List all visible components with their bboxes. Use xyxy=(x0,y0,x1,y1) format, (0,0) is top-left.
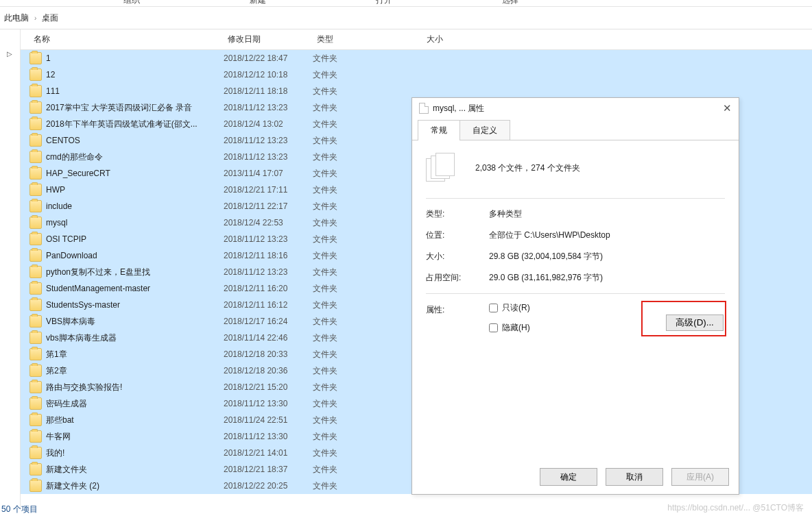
chevron-right-icon[interactable]: ▷ xyxy=(7,50,12,58)
file-date: 2018/11/12 13:23 xyxy=(224,152,313,162)
file-date: 2018/12/4 13:02 xyxy=(224,119,313,129)
highlight-box xyxy=(641,301,726,336)
file-name: 那些bat xyxy=(46,415,224,426)
hidden-checkbox[interactable]: 隐藏(H) xyxy=(489,322,530,334)
file-type: 文件夹 xyxy=(313,201,395,212)
disk-label: 占用空间: xyxy=(426,272,489,284)
folder-icon xyxy=(29,282,42,295)
folder-icon xyxy=(29,365,42,377)
file-type: 文件夹 xyxy=(313,53,395,64)
file-date: 2018/11/12 13:30 xyxy=(224,399,313,408)
file-date: 2018/12/11 16:20 xyxy=(224,284,313,293)
file-type: 文件夹 xyxy=(313,267,395,278)
apply-button[interactable]: 应用(A) xyxy=(671,468,729,486)
file-date: 2018/12/12 10:18 xyxy=(224,70,313,79)
file-date: 2018/12/11 18:18 xyxy=(224,86,313,96)
file-type: 文件夹 xyxy=(313,431,395,443)
column-name[interactable]: 名称 xyxy=(29,34,224,45)
file-date: 2018/12/17 16:24 xyxy=(224,317,313,326)
file-date: 2018/11/12 13:23 xyxy=(224,103,313,112)
file-date: 2018/12/11 16:12 xyxy=(224,300,313,310)
file-date: 2018/12/22 20:25 xyxy=(224,481,313,491)
table-row[interactable]: 12018/12/22 18:47文件夹 xyxy=(21,50,812,66)
file-type: 文件夹 xyxy=(313,447,395,459)
folder-icon xyxy=(29,167,42,180)
folder-icon xyxy=(29,101,42,114)
file-date: 2018/12/21 17:11 xyxy=(224,185,313,195)
file-name: 我的! xyxy=(46,447,224,459)
file-type: 文件夹 xyxy=(313,86,395,97)
file-type: 文件夹 xyxy=(313,332,395,344)
column-type[interactable]: 类型 xyxy=(313,34,422,45)
dialog-title: mysql, ... 属性 xyxy=(433,103,484,114)
file-type: 文件夹 xyxy=(313,217,395,229)
file-type: 文件夹 xyxy=(313,349,395,360)
column-date[interactable]: 修改日期 xyxy=(224,34,313,45)
file-type: 文件夹 xyxy=(313,365,395,377)
table-row[interactable]: 122018/12/12 10:18文件夹 xyxy=(21,66,812,83)
folder-icon xyxy=(29,249,42,262)
readonly-checkbox[interactable]: 只读(R) xyxy=(489,302,530,314)
file-date: 2018/12/18 20:36 xyxy=(224,366,313,375)
file-name: 牛客网 xyxy=(46,431,224,443)
ok-button[interactable]: 确定 xyxy=(540,468,597,486)
close-icon[interactable]: ✕ xyxy=(723,102,732,114)
file-type: 文件夹 xyxy=(313,382,395,393)
folder-icon xyxy=(29,299,42,311)
file-name: 新建文件夹 xyxy=(46,464,224,476)
file-date: 2018/12/18 20:33 xyxy=(224,349,313,359)
watermark: https://blog.csdn.net/... @51CTO博客 xyxy=(667,502,804,514)
file-name: 密码生成器 xyxy=(46,398,224,410)
file-name: OSI TCPIP xyxy=(46,234,224,244)
file-name: cmd的那些命令 xyxy=(46,151,224,163)
folder-icon xyxy=(29,118,42,130)
size-value: 29.8 GB (32,004,109,584 字节) xyxy=(489,251,603,262)
breadcrumb-part[interactable]: 桌面 xyxy=(42,12,58,24)
folder-icon xyxy=(29,480,42,492)
tab-custom[interactable]: 自定义 xyxy=(459,120,510,140)
folder-icon xyxy=(29,69,42,81)
file-type: 文件夹 xyxy=(313,398,395,410)
file-type: 文件夹 xyxy=(313,151,395,163)
file-name: mysql xyxy=(46,218,224,227)
breadcrumb[interactable]: 此电脑 › 桌面 xyxy=(0,7,812,29)
file-name: 新建文件夹 (2) xyxy=(46,480,224,492)
properties-dialog: mysql, ... 属性 ✕ 常规 自定义 2,038 个文件，274 个文件… xyxy=(411,97,739,495)
tabs: 常规 自定义 xyxy=(412,120,739,140)
tab-general[interactable]: 常规 xyxy=(418,120,460,140)
file-type: 文件夹 xyxy=(313,250,395,262)
folder-icon xyxy=(29,414,42,426)
file-date: 2018/12/11 18:16 xyxy=(224,251,313,260)
file-date: 2018/11/12 13:23 xyxy=(224,234,313,244)
folder-icon xyxy=(29,52,42,64)
cancel-button[interactable]: 取消 xyxy=(606,468,663,486)
breadcrumb-part[interactable]: 此电脑 xyxy=(4,12,29,24)
file-name: 第2章 xyxy=(46,365,224,377)
column-headers[interactable]: 名称 修改日期 类型 大小 xyxy=(21,29,812,50)
file-name: 111 xyxy=(46,86,224,96)
folder-icon xyxy=(29,151,42,163)
file-type: 文件夹 xyxy=(313,119,395,130)
chevron-right-icon: › xyxy=(34,14,36,22)
dialog-titlebar[interactable]: mysql, ... 属性 ✕ xyxy=(412,98,739,119)
column-size[interactable]: 大小 xyxy=(422,34,477,45)
file-type: 文件夹 xyxy=(313,283,395,295)
folder-icon xyxy=(29,200,42,212)
file-date: 2018/11/12 13:23 xyxy=(224,267,313,277)
file-type: 文件夹 xyxy=(313,135,395,147)
file-name: HAP_SecureCRT xyxy=(46,169,224,178)
file-name: vbs脚本病毒生成器 xyxy=(46,332,224,344)
folder-icon xyxy=(29,447,42,459)
file-name: include xyxy=(46,201,224,211)
folder-icon xyxy=(29,217,42,229)
summary-text: 2,038 个文件，274 个文件夹 xyxy=(475,162,580,174)
file-type: 文件夹 xyxy=(313,299,395,311)
folder-icon xyxy=(29,397,42,410)
ribbon: 组织 新建 打开 选择 xyxy=(0,0,812,7)
file-type: 文件夹 xyxy=(313,464,395,476)
location-label: 位置: xyxy=(426,230,489,241)
file-name: 2018年下半年英语四级笔试准考证(邵文... xyxy=(46,119,224,130)
file-name: 2017掌中宝 大学英语四级词汇必备 录音 xyxy=(46,102,224,114)
file-type: 文件夹 xyxy=(313,168,395,180)
file-date: 2018/11/14 22:46 xyxy=(224,333,313,343)
